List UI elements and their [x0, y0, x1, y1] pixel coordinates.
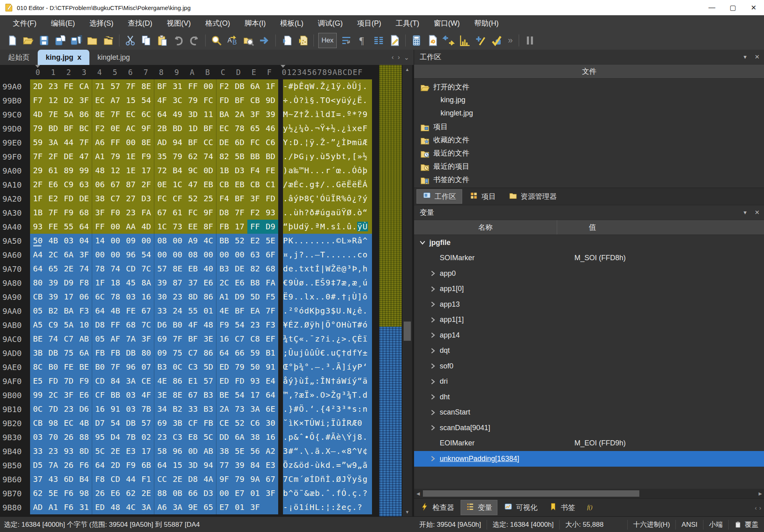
hex-byte[interactable]: 5D [201, 360, 216, 374]
chevron-right-icon[interactable] [429, 316, 437, 324]
file-minimap[interactable] [379, 65, 402, 516]
variable-row-dht[interactable]: dht [414, 389, 764, 405]
hex-byte[interactable]: 00 [201, 79, 216, 93]
hex-byte[interactable]: 3A [46, 136, 61, 150]
ascii-cell[interactable]: ˘ìK×TÛWi;ÏûÎRÆ0 [283, 416, 372, 430]
variable-row-jpgfile[interactable]: jpgfile [414, 235, 764, 251]
hex-byte[interactable]: 89 [61, 164, 77, 178]
hex-byte[interactable]: 0D [201, 164, 216, 178]
hex-byte[interactable]: BA [61, 304, 77, 318]
hex-byte[interactable]: BD [263, 150, 279, 164]
hex-byte[interactable]: 12 [108, 164, 123, 178]
value-column-header[interactable]: 值 [557, 220, 628, 235]
hex-byte[interactable]: C7 [232, 332, 248, 346]
word-wrap-icon[interactable] [338, 32, 354, 49]
hex-byte[interactable]: CC [201, 136, 216, 150]
status-mode-2[interactable]: 小端 [703, 520, 728, 530]
hex-byte[interactable]: BF [201, 121, 216, 136]
hex-byte[interactable]: 39 [46, 290, 61, 304]
hex-byte[interactable]: 1E [123, 164, 139, 178]
file-tab-king.jpg[interactable]: king.jpgx [38, 50, 89, 65]
hex-byte[interactable]: 68 [123, 318, 139, 332]
hex-byte[interactable]: 05 [30, 304, 46, 318]
hex-byte[interactable]: 03 [30, 430, 46, 444]
hex-byte[interactable]: 01 [232, 500, 248, 514]
ascii-cell[interactable]: .²ºódKþg3$U.N¿ê. [283, 304, 372, 318]
tab-nav-icon-2[interactable]: ⌄ [404, 54, 409, 61]
hex-byte[interactable]: 74 [108, 262, 123, 276]
hex-byte[interactable]: 00 [139, 234, 154, 248]
hex-byte[interactable]: 4E [216, 304, 232, 318]
hex-byte[interactable]: 7D [61, 374, 77, 388]
hex-byte[interactable]: 3F [77, 93, 92, 107]
hex-byte[interactable]: F8 [92, 472, 108, 486]
hex-byte[interactable]: 5A [61, 107, 77, 121]
hex-byte[interactable]: 34 [154, 402, 170, 416]
hex-byte[interactable]: BF [61, 121, 77, 136]
hex-byte[interactable]: 48 [201, 318, 216, 332]
ascii-cell[interactable]: Õz&öd-ùkd.=”w9„ã [283, 458, 372, 472]
hex-byte[interactable]: 64 [92, 458, 108, 472]
hex-byte[interactable]: E1 [185, 374, 201, 388]
hex-byte[interactable]: CB [247, 178, 263, 192]
scroll-right-icon[interactable]: ▶ [759, 491, 762, 496]
hex-byte[interactable]: CF [92, 388, 108, 402]
hex-byte[interactable]: 00 [92, 248, 108, 262]
hex-byte[interactable]: BA [216, 107, 232, 121]
hex-byte[interactable]: 4F [154, 93, 170, 107]
hex-byte[interactable]: 64 [216, 346, 232, 360]
hex-byte[interactable]: 06 [77, 290, 92, 304]
hex-byte[interactable]: 03 [123, 402, 139, 416]
hex-byte[interactable]: D9 [61, 276, 77, 290]
hex-byte[interactable]: 54 [232, 388, 248, 402]
hex-byte[interactable]: 3E [154, 388, 170, 402]
hex-byte[interactable]: B0 [46, 360, 61, 374]
save-icon[interactable] [36, 32, 52, 49]
hex-byte[interactable]: 8E [92, 107, 108, 121]
hex-byte[interactable]: 57 [108, 79, 123, 93]
hex-byte[interactable]: FB [108, 346, 123, 360]
hex-byte[interactable]: 3E [201, 332, 216, 346]
hex-byte[interactable]: 65 [46, 262, 61, 276]
hex-byte[interactable]: F1 [139, 472, 154, 486]
columns-icon[interactable] [370, 32, 386, 49]
hex-byte[interactable]: DE [216, 136, 232, 150]
hex-byte[interactable]: FE [61, 79, 77, 93]
hex-byte[interactable]: 69 [154, 332, 170, 346]
paste-icon[interactable] [154, 32, 170, 49]
hex-byte[interactable]: C7 [185, 346, 201, 360]
hex-byte[interactable]: 3F [247, 107, 263, 121]
hex-byte[interactable]: F9 [139, 150, 154, 164]
hex-byte[interactable]: 6B [139, 458, 154, 472]
ascii-cell[interactable]: M~Z†Ž.ìldI=.º*?9 [283, 107, 372, 121]
hex-byte[interactable]: F2 [92, 121, 108, 136]
hex-byte[interactable]: 04 [77, 234, 92, 248]
hex-byte[interactable]: 54 [108, 416, 123, 430]
hex-byte[interactable]: 16 [92, 402, 108, 416]
hex-byte[interactable]: A1 [92, 150, 108, 164]
ascii-cell[interactable]: -#þÊqW.Ž¿1ÿ.òÛj. [283, 79, 372, 93]
hex-byte[interactable]: 00 [216, 486, 232, 500]
hex-byte[interactable]: 2A [232, 107, 248, 121]
hex-byte[interactable]: 5B [232, 150, 248, 164]
hex-byte[interactable]: BF [232, 304, 248, 318]
hex-byte[interactable]: 94 [201, 458, 216, 472]
hex-byte[interactable]: 16 [139, 290, 154, 304]
hex-byte[interactable]: 8E [170, 262, 186, 276]
hex-byte[interactable]: 2E [108, 444, 123, 458]
hex-byte[interactable]: 79 [108, 150, 123, 164]
ascii-cell[interactable]: ;ÛujûûÛ€.uÇ†dfY± [283, 346, 372, 360]
hex-byte[interactable]: 59 [247, 346, 263, 360]
hex-byte[interactable]: 3F [247, 192, 263, 206]
hex-byte[interactable]: CF [170, 192, 186, 206]
goto-icon[interactable] [257, 32, 273, 49]
hex-byte[interactable]: DB [123, 416, 139, 430]
hex-byte[interactable]: BC [77, 121, 92, 136]
hex-byte[interactable]: C6 [247, 416, 263, 430]
hex-byte[interactable]: 52 [232, 416, 248, 430]
hex-byte[interactable]: EB [185, 262, 201, 276]
hex-byte[interactable]: 16 [263, 430, 279, 444]
hex-byte[interactable]: 3B [30, 346, 46, 360]
hex-byte[interactable]: AD [154, 136, 170, 150]
hex-byte[interactable]: EC [216, 121, 232, 136]
